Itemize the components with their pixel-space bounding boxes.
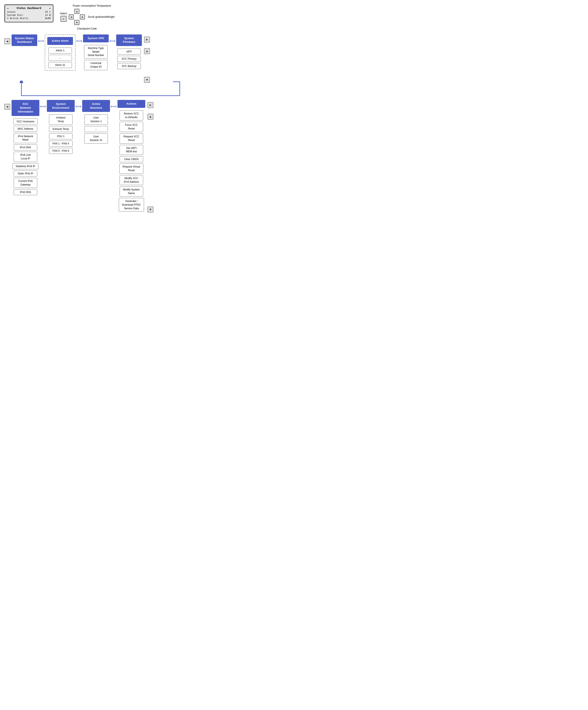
xcc-network-items: XCC Hostname MAC Address IPv4 NetworkMas… (13, 119, 38, 195)
xcc-hostname: XCC Hostname (13, 119, 38, 124)
nav-actions[interactable]: Actions (117, 100, 145, 108)
top-left-nav[interactable]: ◄ (4, 38, 10, 44)
lcd-section: ◄ Status Dashboard ► xxxxxx 25 C System … (4, 4, 188, 30)
lcd-screen: ◄ Status Dashboard ► xxxxxx 25 C System … (4, 4, 53, 22)
ipv4-dns: IPv4 DNS (14, 144, 37, 150)
fan-1-4: FAN 1 - FAN 4 (49, 141, 73, 147)
lcd-row-2: System Init. 11 W (7, 14, 51, 17)
bottom-left-nav[interactable]: ◄ (4, 104, 10, 110)
action-generate-ffdc: Generate /Download FFDCService Data (119, 198, 144, 212)
dpad-area: Select ✓ ▲ ◄ ► ▼ Scroll up/down/left/rig… (60, 9, 115, 25)
alert-item-31: Alerts 31 (48, 62, 72, 68)
system-env-items: AmbientTemp Exhaust Temp PSU 1 FAN 1 - F… (49, 115, 73, 154)
lcd-row3-label: 1 Active Alerts (7, 17, 28, 20)
arrow-aa-vpd: ⟺ (76, 38, 83, 43)
lcd-container: ◄ Status Dashboard ► xxxxxx 25 C System … (4, 4, 53, 22)
bottom-right-nav[interactable]: ► (147, 102, 154, 108)
navigation-diagram: ◄ System StatusDashboard ⟺ Active Alerts… (4, 34, 188, 212)
lcd-row-3: 1 Active Alerts 0x09 (7, 17, 51, 20)
select-button[interactable]: ✓ (61, 16, 67, 22)
action-clear-cmos: Clear CMOS (120, 156, 143, 162)
curve-connector (4, 81, 193, 98)
ambient-temp: AmbientTemp (49, 115, 73, 125)
arrow-vpd-fw: ⟺ (109, 38, 116, 43)
actions-items: Restore XCCto Defaults Force XCCReset Re… (119, 111, 144, 212)
arrow-sessions-actions: ⟺ (111, 104, 117, 109)
ipv6-dns: IPv6 DNS (14, 189, 37, 195)
active-alerts-items: Alerts 1 ... Alerts 31 (48, 48, 72, 68)
action-modify-xcc-ipv4: Modify XCCIPv4 Address (120, 175, 143, 185)
bottom-down-arrow[interactable]: ▼ (147, 207, 154, 212)
lcd-right-arrow[interactable]: ► (49, 7, 51, 9)
lcd-row1-label: xxxxxx (7, 10, 16, 13)
lcd-row3-value: 0x09 (45, 17, 51, 20)
nav-system-firmware[interactable]: SystemFirmware (116, 34, 142, 46)
nav-active-sessions[interactable]: ActiveSessions (82, 100, 110, 112)
active-sessions-items: UserSession 1 ... UserSession 31 (84, 115, 108, 143)
dpad-down[interactable]: ▼ (74, 20, 79, 25)
nav-xcc-network[interactable]: XCCNetworkInformation (11, 100, 39, 116)
dpad: ▲ ◄ ► ▼ (69, 9, 85, 25)
system-firmware-items: uEFI XCC Primary XCC Backup (117, 49, 141, 69)
select-label: Select (60, 12, 67, 15)
vpd-item-uuid: UniversalUnique ID (84, 60, 108, 70)
action-set-uefi-mem: Set UEFIMEM test (120, 145, 143, 155)
bottom-up-arrow[interactable]: ▲ (147, 114, 154, 120)
mac-address: MAC Address (14, 126, 37, 132)
user-session-31: UserSession 31 (84, 133, 108, 144)
nav-system-vpd[interactable]: System VPD (83, 34, 109, 42)
lcd-row2-value: 11 W (45, 14, 51, 17)
psu1: PSU 1 (49, 133, 73, 139)
nav-active-alerts[interactable]: Active Alerts (47, 37, 73, 45)
lcd-title: Status Dashboard (8, 7, 49, 9)
checkpoint-label: Checkpoint Code (77, 27, 115, 30)
stateless-ipv6: Stateless IPv6 IP (13, 163, 38, 169)
exhaust-temp: Exhaust Temp (49, 126, 73, 132)
dashed-active-alerts-wrapper: Active Alerts Alerts 1 ... Alerts 31 (45, 34, 75, 71)
user-session-1: UserSession 1 (84, 115, 108, 125)
arrow-ssd-aa: ⟺ (38, 38, 44, 43)
top-right-nav[interactable]: ► (144, 37, 150, 43)
lcd-row-1: xxxxxx 25 C (7, 10, 51, 13)
nav-system-status-dashboard[interactable]: System StatusDashboard (11, 34, 37, 46)
dpad-right[interactable]: ► (80, 14, 85, 20)
fw-item-uefi: uEFI (117, 49, 141, 54)
arrow-xcc-sysenv: ⟺ (40, 104, 46, 109)
fw-item-xcc-primary: XCC Primary (117, 56, 141, 62)
session-ellipsis: ... (84, 126, 108, 132)
alert-item-ellipsis: ... (48, 55, 72, 61)
vpd-item-machine-type: Machine TypeModelSerial Number (84, 45, 108, 58)
action-request-virtual-reset: Request VirtualReset (119, 164, 143, 174)
current-ipv6-gw: Current IPv6Gateway (14, 178, 37, 188)
ipv6-link-local: IPv6 LinkLocal IP (14, 152, 37, 162)
fan-5-8: FAN 5 - FAN 8 (49, 148, 73, 154)
action-restore-xcc: Restore XCCto Defaults (120, 111, 143, 121)
dpad-left[interactable]: ◄ (69, 14, 74, 20)
dpad-up[interactable]: ▲ (74, 9, 79, 14)
top-down-arrow[interactable]: ▼ (144, 77, 150, 83)
controls-area: Power consumption/ Temparature Select ✓ … (60, 4, 115, 30)
scroll-label: Scroll up/down/left/right (88, 16, 115, 18)
action-force-xcc-reset: Force XCCReset (120, 122, 143, 132)
action-modify-system-name: Modify SystemName (120, 186, 143, 197)
alert-item-1: Alerts 1 (48, 48, 72, 53)
lcd-row1-value: 25 C (45, 10, 51, 13)
static-ipv6: Static IPv6 IP (14, 170, 37, 176)
top-up-arrow[interactable]: ▲ (144, 48, 150, 54)
arrow-sysenv-sessions: ⟺ (75, 104, 81, 109)
power-label: Power consumption/ Temparature (73, 4, 115, 7)
ipv4-network-mask: IPv4 NetworkMask (14, 133, 37, 143)
system-vpd-items: Machine TypeModelSerial Number Universal… (84, 45, 108, 70)
fw-item-xcc-backup: XCC Backup (117, 63, 141, 69)
lcd-row2-label: System Init. (7, 14, 24, 17)
nav-system-environment[interactable]: SystemEnvironment (47, 100, 75, 112)
action-request-xcc-reset: Request XCCReset (120, 133, 143, 144)
